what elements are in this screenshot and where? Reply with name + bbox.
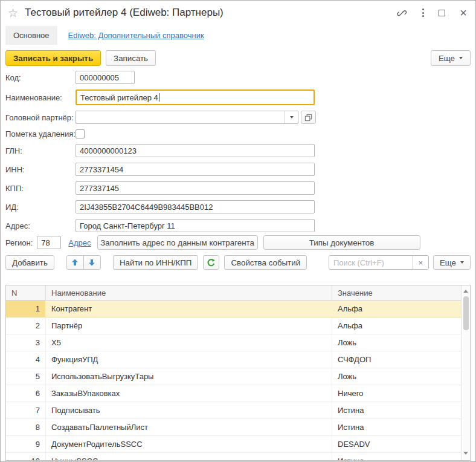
row-value-cell: Ложь (332, 368, 461, 385)
properties-table: N Наименование Значение 1КонтрагентАльфа… (5, 285, 471, 461)
favorite-star-icon[interactable]: ☆ (8, 7, 18, 19)
inn-value: 2773371454 (80, 165, 123, 174)
table-row[interactable]: 9ДокументРодительSSCCDESADV (6, 436, 461, 453)
vertical-scrollbar[interactable] (461, 285, 470, 460)
row-number-cell: 1 (6, 301, 46, 317)
code-field[interactable]: 000000005 (76, 71, 135, 84)
name-label: Наименование: (5, 93, 76, 102)
row-value-cell: Истина (332, 419, 461, 435)
save-and-close-button[interactable]: Записать и закрыть (5, 50, 101, 66)
code-label: Код: (5, 73, 76, 82)
form-row-address: Адрес: Город Санкт-Петербург 11 (5, 219, 471, 232)
maximize-icon[interactable] (439, 10, 445, 16)
fill-address-button[interactable]: Заполнить адрес по данным контрагента (97, 235, 258, 250)
table-more-button[interactable]: Еще (433, 255, 471, 270)
search-box: × (329, 255, 429, 270)
kebab-menu-icon[interactable] (422, 8, 424, 17)
find-by-inn-button[interactable]: Найти по ИНН/КПП (113, 255, 199, 270)
move-up-button[interactable] (66, 255, 84, 270)
table-body: 1КонтрагентАльфа2ПартнёрАльфа3X5Ложь4Фун… (6, 301, 461, 460)
kpp-value: 277337145 (80, 184, 119, 193)
event-properties-button[interactable]: Свойства событий (224, 255, 307, 270)
text-caret (159, 93, 159, 102)
column-header-value[interactable]: Значение (332, 285, 461, 300)
row-name-cell: ДокументРодительSSCC (46, 436, 332, 452)
table-more-label: Еще (440, 258, 456, 267)
address-field[interactable]: Город Санкт-Петербург 11 (76, 219, 315, 232)
gln-value: 4000000000123 (80, 146, 137, 155)
table-header: N Наименование Значение (6, 285, 461, 301)
region-label: Регион: (5, 238, 33, 247)
deletion-mark-checkbox[interactable] (76, 129, 85, 138)
kpp-label: КПП: (5, 184, 76, 193)
add-button[interactable]: Добавить (5, 255, 54, 270)
row-name-cell: НужныSSCC (46, 453, 332, 460)
move-down-button[interactable] (83, 255, 101, 270)
row-value-cell: Ложь (332, 334, 461, 351)
row-number-cell: 10 (6, 453, 46, 460)
scroll-up-icon[interactable] (462, 287, 470, 295)
choose-from-list-button[interactable] (301, 111, 316, 124)
scroll-down-icon[interactable] (462, 449, 470, 457)
tab-ediweb-extra-catalog[interactable]: Ediweb: Дополнительный справочник (68, 31, 204, 40)
scrollbar-thumb[interactable] (463, 296, 469, 330)
name-field[interactable]: Тестовый ритейлер 4 (76, 89, 315, 105)
table-row[interactable]: 8СоздаватьПаллетныйЛистИстина (6, 419, 461, 436)
save-button[interactable]: Записать (106, 50, 156, 66)
row-number-cell: 8 (6, 419, 46, 435)
id-field[interactable]: 2IJ43855B2704C6449B983445BB012 (76, 200, 315, 213)
link-icon[interactable] (397, 7, 408, 18)
close-icon[interactable]: × (460, 7, 467, 19)
table-toolbar: Добавить Найти по ИНН/КПП Свойства событ… (1, 250, 475, 275)
row-value-cell: СЧФДОП (332, 351, 461, 368)
table-row[interactable]: 10НужныSSCCИстина (6, 453, 461, 460)
row-number-cell: 5 (6, 368, 46, 385)
table-row[interactable]: 7ПодписыватьИстина (6, 402, 461, 419)
parent-partner-value (76, 111, 285, 123)
row-value-cell: Ничего (332, 385, 461, 402)
inn-field[interactable]: 2773371454 (76, 163, 315, 176)
row-value-cell: Истина (332, 402, 461, 418)
kpp-field[interactable]: 277337145 (76, 181, 315, 195)
form: Код: 000000005 Наименование: Тестовый ри… (1, 68, 475, 232)
window-controls: × (397, 7, 467, 19)
table-grid: N Наименование Значение 1КонтрагентАльфа… (6, 285, 461, 460)
row-value-cell: DESADV (332, 436, 461, 452)
table-row[interactable]: 5ИспользоватьВыгрузкуТарыЛожь (6, 368, 461, 385)
window: { "window": { "title": "Тестовый ритейле… (0, 0, 476, 462)
parent-partner-label: Головной партнёр: (5, 113, 76, 122)
gln-label: ГЛН: (5, 146, 76, 155)
tab-main[interactable]: Основное (5, 26, 57, 45)
row-name-cell: ЗаказыВУпаковках (46, 385, 332, 402)
search-clear-icon[interactable]: × (413, 256, 428, 269)
table-row[interactable]: 2ПартнёрАльфа (6, 317, 461, 334)
row-value-cell: Альфа (332, 317, 461, 334)
document-types-button[interactable]: Типы документов (263, 235, 420, 250)
row-name-cell: ФункцияУПД (46, 351, 332, 368)
table-row[interactable]: 3X5Ложь (6, 334, 461, 351)
row-name-cell: Партнёр (46, 317, 332, 334)
table-row[interactable]: 6ЗаказыВУпаковкахНичего (6, 385, 461, 402)
column-header-name[interactable]: Наименование (46, 285, 332, 300)
address-value: Город Санкт-Петербург 11 (80, 221, 175, 230)
refresh-button[interactable] (203, 255, 219, 270)
row-number-cell: 4 (6, 351, 46, 368)
table-row[interactable]: 4ФункцияУПДСЧФДОП (6, 351, 461, 368)
gln-field[interactable]: 4000000000123 (76, 144, 315, 157)
code-value: 000000005 (80, 73, 119, 82)
form-row-name: Наименование: Тестовый ритейлер 4 (5, 89, 471, 105)
chevron-down-icon (460, 261, 464, 264)
row-number-cell: 3 (6, 334, 46, 351)
form-row-parent-partner: Головной партнёр: (5, 111, 471, 124)
search-input[interactable] (329, 258, 413, 267)
parent-partner-field[interactable] (76, 111, 298, 124)
column-header-n[interactable]: N (6, 285, 46, 300)
more-button[interactable]: Еще (431, 50, 471, 66)
region-field[interactable]: 78 (37, 236, 61, 249)
dropdown-arrow-icon[interactable] (285, 111, 298, 123)
table-row[interactable]: 1КонтрагентАльфа (6, 301, 461, 317)
move-buttons (66, 255, 101, 270)
overlapping-squares-icon (304, 114, 312, 122)
address-link[interactable]: Адрес (68, 238, 91, 247)
region-value: 78 (41, 238, 50, 247)
